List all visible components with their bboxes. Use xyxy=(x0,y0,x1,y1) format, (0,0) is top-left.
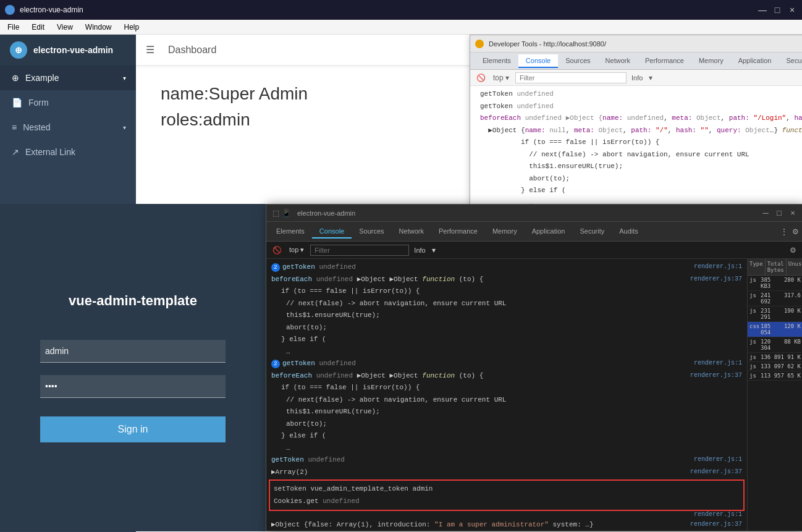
dt-tab-elements[interactable]: Elements xyxy=(475,54,518,68)
console-line: if (to === false || isError(to)) { xyxy=(266,382,747,394)
dt-top-label[interactable]: top ▾ xyxy=(492,72,510,83)
maximize-button[interactable]: □ xyxy=(772,5,782,15)
menu-file[interactable]: File xyxy=(5,22,22,33)
console-line: ▶Object {name: null, meta: Object, path:… xyxy=(470,125,802,137)
dt-b-info-arrow[interactable]: ▾ xyxy=(431,245,437,256)
dt-b-filter-input[interactable] xyxy=(310,245,409,256)
dt-more-icon[interactable]: ⋮ xyxy=(780,227,788,237)
close-button[interactable]: × xyxy=(787,5,797,15)
net-row: js113 95765 K xyxy=(748,371,802,381)
dt-right-panel: Type Total Bytes Unused js385 KB3280 K j… xyxy=(747,259,802,531)
dt-info-arrow[interactable]: ▾ xyxy=(648,72,654,83)
dt-tab-memory[interactable]: Memory xyxy=(691,54,731,68)
external-icon: ↗ xyxy=(12,147,19,157)
console-line: … xyxy=(266,346,747,358)
console-line: // next(false) -> abort navigation, ensu… xyxy=(266,394,747,407)
sidebar-item-nested[interactable]: ≡ Nested ▾ xyxy=(0,115,136,140)
dt-b-block-icon[interactable]: 🚫 xyxy=(271,245,283,256)
console-line: beforeEach undefined ▶Object ▶Object fun… xyxy=(266,370,747,382)
dt-right-header: Type Total Bytes Unused xyxy=(748,259,802,276)
dt-filter-input[interactable] xyxy=(515,72,627,83)
dt-b-tab-memory[interactable]: Memory xyxy=(485,225,525,239)
dt-tab-console[interactable]: Console xyxy=(518,54,558,68)
col-type: Type xyxy=(748,259,766,275)
dt-b-top-label[interactable]: top ▾ xyxy=(288,245,305,255)
dt-b-tab-security[interactable]: Security xyxy=(572,225,612,239)
sidebar-item-form[interactable]: 📄 Form xyxy=(0,90,136,115)
dt-settings-icon[interactable]: ⚙ xyxy=(791,226,800,237)
login-app-name: vue-admin-template xyxy=(69,293,197,309)
console-line: this$1.ensureURL(true); xyxy=(470,161,802,173)
devtools-bottom-window: ⬚ 📱 electron-vue-admin ─ □ × Elements Co… xyxy=(266,204,802,531)
dt-bottom-maximize[interactable]: □ xyxy=(774,208,784,218)
menu-window[interactable]: Window xyxy=(83,22,114,33)
window-controls[interactable]: — □ × xyxy=(758,5,797,15)
sidebar-item-nested-label: Nested xyxy=(23,122,50,132)
net-row: js120 30488 KB xyxy=(748,337,802,353)
console-line: } else if ( xyxy=(266,334,747,346)
dt-tab-application[interactable]: Application xyxy=(731,54,779,68)
dt-bottom-minimize[interactable]: ─ xyxy=(761,208,770,218)
dt-b-tab-elements[interactable]: Elements xyxy=(269,225,312,239)
col-total: Total Bytes xyxy=(766,259,787,275)
dt-b-tab-sources[interactable]: Sources xyxy=(352,225,391,239)
dt-b-tab-network[interactable]: Network xyxy=(392,225,431,239)
signin-button[interactable]: Sign in xyxy=(40,416,226,442)
dt-bottom-console[interactable]: 2getToken undefined renderer.js:1 before… xyxy=(266,259,747,531)
menu-view[interactable]: View xyxy=(54,22,75,33)
console-line: beforeEach undefined ▶Object ▶Object fun… xyxy=(266,274,747,286)
dt-bottom-close[interactable]: × xyxy=(788,208,798,218)
menu-bar: File Edit View Window Help xyxy=(0,20,802,35)
dt-b-settings-icon[interactable]: ⚙ xyxy=(788,245,798,256)
dt-block-icon[interactable]: 🚫 xyxy=(475,72,487,83)
highlight-region: setToken vue_admin_template_token admin … xyxy=(269,479,745,518)
dt-b-tab-application[interactable]: Application xyxy=(525,225,573,239)
console-line: getToken undefined renderer.js:1 xyxy=(266,454,747,467)
dt-bottom-tabs: Elements Console Sources Network Perform… xyxy=(266,222,802,242)
app-icon xyxy=(5,5,15,15)
nested-arrow: ▾ xyxy=(123,124,126,131)
dt-b-tab-audits[interactable]: Audits xyxy=(612,225,646,239)
net-row: js133 09762 K xyxy=(748,362,802,371)
dt-b-tab-performance[interactable]: Performance xyxy=(431,225,485,239)
breadcrumb: Dashboard xyxy=(168,44,216,56)
dt-top-toolbar: 🚫 top ▾ Info ▾ xyxy=(470,70,802,86)
dt-tab-sources[interactable]: Sources xyxy=(558,54,597,68)
dt-tab-security[interactable]: Security xyxy=(779,54,802,68)
dt-bottom-device[interactable]: 📱 xyxy=(281,208,292,219)
highlight-box-bottom: setToken vue_admin_template_token admin … xyxy=(269,479,745,511)
login-screen: vue-admin-template Sign in xyxy=(0,204,266,531)
hamburger-icon[interactable]: ☰ xyxy=(146,44,158,56)
sidebar-item-external-label: External Link xyxy=(25,147,75,157)
net-row: js385 KB3280 K xyxy=(748,276,802,291)
dt-b-tab-console[interactable]: Console xyxy=(312,225,352,239)
console-line: ▶Array(2) renderer.js:37 xyxy=(266,467,747,479)
console-line: if (to === false || isError(to)) { xyxy=(470,137,802,149)
form-icon: 📄 xyxy=(12,98,22,108)
sidebar-item-external[interactable]: ↗ External Link xyxy=(0,140,136,164)
login-password-input[interactable] xyxy=(40,375,226,398)
sidebar-item-example-label: Example xyxy=(25,73,59,83)
example-arrow: ▾ xyxy=(123,75,126,82)
login-username-input[interactable] xyxy=(40,340,226,363)
console-line: getToken undefined xyxy=(470,88,802,101)
console-line: beforeEach undefined ▶Object {name: unde… xyxy=(470,112,802,125)
dt-bottom-title: electron-vue-admin xyxy=(292,209,761,217)
window-title: electron-vue-admin xyxy=(20,6,758,14)
dt-bottom-controls[interactable]: ─ □ × xyxy=(761,208,798,218)
sidebar-item-example[interactable]: ⊕ Example ▾ xyxy=(0,65,136,90)
console-line-set-token: setToken vue_admin_template_token admin xyxy=(274,483,740,496)
net-row-active: css185 054120 K xyxy=(748,322,802,337)
dt-bottom-inspect[interactable]: ⬚ xyxy=(271,208,281,219)
example-icon: ⊕ xyxy=(12,73,19,83)
dt-tab-network[interactable]: Network xyxy=(598,54,638,68)
dt-info-label: Info xyxy=(631,74,643,82)
net-row: js241 692317.6 xyxy=(748,291,802,306)
console-line: this$1.ensureURL(true); xyxy=(266,310,747,322)
menu-edit[interactable]: Edit xyxy=(29,22,47,33)
console-line: if (to === false || isError(to)) { xyxy=(266,285,747,298)
dt-tab-performance[interactable]: Performance xyxy=(638,54,691,68)
minimize-button[interactable]: — xyxy=(758,5,767,15)
menu-help[interactable]: Help xyxy=(122,22,142,33)
net-row: js136 89191 K xyxy=(748,353,802,362)
